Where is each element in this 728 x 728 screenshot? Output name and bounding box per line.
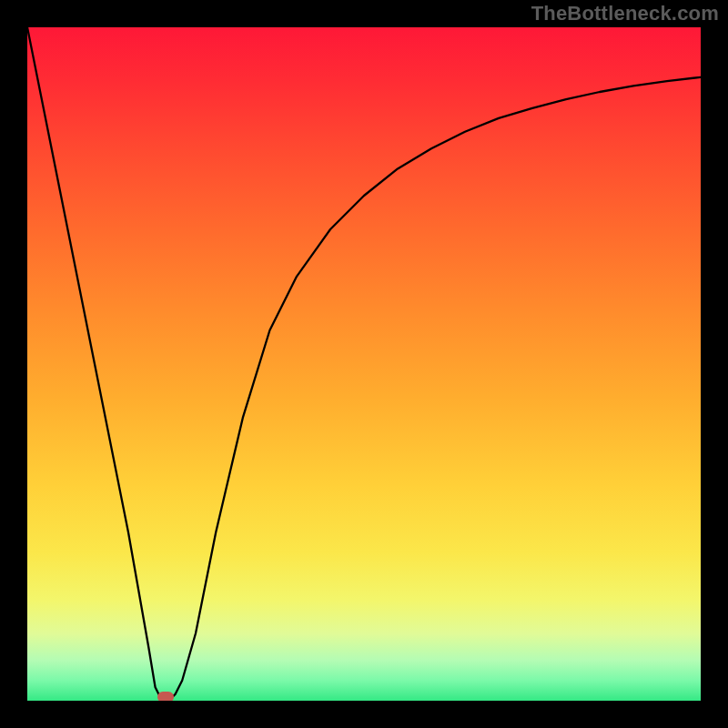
chart-frame: TheBottleneck.com bbox=[0, 0, 728, 728]
optimal-point-marker bbox=[157, 692, 174, 701]
bottleneck-curve bbox=[27, 27, 701, 701]
watermark-text: TheBottleneck.com bbox=[531, 2, 719, 25]
plot-area bbox=[27, 27, 701, 701]
